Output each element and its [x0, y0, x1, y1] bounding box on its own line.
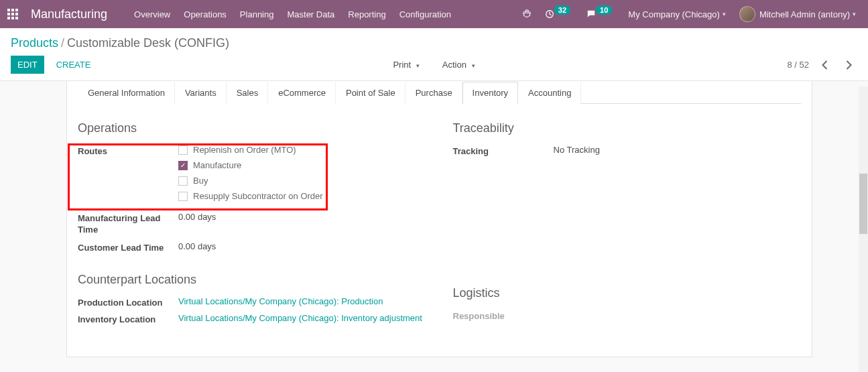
- cust-lead-value: 0.00 days: [178, 241, 426, 251]
- route-label: Replenish on Order (MTO): [193, 145, 296, 155]
- tab-sales[interactable]: Sales: [227, 82, 269, 104]
- tab-point-of-sale[interactable]: Point of Sale: [336, 82, 406, 104]
- inv-loc-value: Virtual Locations/My Company (Chicago): …: [178, 313, 426, 323]
- checkbox-unchecked-icon: [178, 176, 188, 186]
- nav-right: 32 10 My Company (Chicago)▾ Mitchell Adm…: [515, 0, 863, 28]
- route-option-resupply-subcontractor[interactable]: Resupply Subcontractor on Order: [178, 191, 426, 201]
- print-label: Print: [393, 60, 411, 70]
- action-row: EDIT CREATE Print ▾ Action ▾ 8 / 52: [0, 56, 868, 80]
- bug-icon[interactable]: [515, 0, 538, 28]
- field-production-location: Production Location Virtual Locations/My…: [78, 296, 426, 308]
- pager-next[interactable]: [840, 56, 857, 74]
- tab-ecommerce[interactable]: eCommerce: [268, 82, 336, 104]
- company-switcher[interactable]: My Company (Chicago)▾: [621, 0, 733, 28]
- tracking-label: Tracking: [453, 145, 554, 156]
- form-columns: Operations Routes Replenish on Order (MT…: [78, 120, 801, 330]
- route-option-mto[interactable]: Replenish on Order (MTO): [178, 145, 426, 155]
- left-column: Operations Routes Replenish on Order (MT…: [78, 120, 426, 330]
- routes-label: Routes: [78, 145, 178, 156]
- prod-loc-value: Virtual Locations/My Company (Chicago): …: [178, 296, 426, 306]
- user-menu[interactable]: Mitchell Admin (antony)▾: [733, 0, 863, 28]
- chevron-down-icon: ▾: [723, 11, 726, 17]
- message-badge: 10: [596, 5, 612, 15]
- field-customer-lead-time: Customer Lead Time 0.00 days: [78, 241, 426, 253]
- breadcrumb-root[interactable]: Products: [11, 36, 58, 50]
- checkbox-unchecked-icon: [178, 145, 188, 155]
- apps-icon[interactable]: [7, 8, 19, 20]
- chevron-down-icon: ▾: [416, 62, 420, 69]
- mfg-lead-label: Manufacturing Lead Time: [78, 212, 178, 236]
- action-label: Action: [442, 60, 467, 70]
- inv-loc-label: Inventory Location: [78, 313, 178, 324]
- action-dropdown[interactable]: Action ▾: [436, 56, 482, 74]
- nav-item-operations[interactable]: Operations: [177, 9, 233, 19]
- prod-loc-label: Production Location: [78, 296, 178, 308]
- tab-accounting[interactable]: Accounting: [518, 82, 581, 104]
- nav-item-master-data[interactable]: Master Data: [280, 9, 341, 19]
- field-tracking: Tracking No Tracking: [453, 145, 802, 156]
- chevron-down-icon: ▾: [472, 62, 475, 69]
- breadcrumb: Products/Customizable Desk (CONFIG): [0, 28, 868, 56]
- company-name: My Company (Chicago): [628, 9, 720, 19]
- nav-left: Manufacturing Overview Operations Planni…: [7, 0, 458, 28]
- pager-prev[interactable]: [816, 56, 833, 74]
- nav-item-overview[interactable]: Overview: [127, 9, 177, 19]
- action-center: Print ▾ Action ▾: [386, 56, 481, 74]
- create-button[interactable]: CREATE: [50, 56, 98, 74]
- breadcrumb-current: Customizable Desk (CONFIG): [67, 36, 229, 50]
- chevron-down-icon: ▾: [853, 11, 856, 17]
- cust-lead-label: Customer Lead Time: [78, 241, 178, 253]
- app-brand[interactable]: Manufacturing: [31, 7, 107, 21]
- form-sheet: General Information Variants Sales eComm…: [66, 81, 812, 357]
- field-manufacturing-lead-time: Manufacturing Lead Time 0.00 days: [78, 212, 426, 236]
- inv-loc-link[interactable]: Virtual Locations/My Company (Chicago): …: [178, 313, 422, 323]
- nav-item-planning[interactable]: Planning: [233, 9, 281, 19]
- mfg-lead-value: 0.00 days: [178, 212, 426, 222]
- breadcrumb-separator: /: [58, 36, 67, 50]
- pager-position: 8 / 52: [787, 60, 809, 70]
- print-dropdown[interactable]: Print ▾: [386, 56, 426, 74]
- field-responsible: Responsible: [453, 310, 802, 321]
- section-logistics-title: Logistics: [453, 286, 802, 300]
- route-option-buy[interactable]: Buy: [178, 176, 426, 186]
- user-name: Mitchell Admin (antony): [759, 9, 850, 19]
- right-column: Traceability Tracking No Tracking Logist…: [453, 120, 802, 330]
- notebook-tabs: General Information Variants Sales eComm…: [78, 81, 801, 104]
- vertical-scrollbar-thumb[interactable]: [859, 174, 867, 234]
- control-bar: Products/Customizable Desk (CONFIG) EDIT…: [0, 28, 868, 81]
- nav-menu: Overview Operations Planning Master Data…: [127, 9, 458, 19]
- activity-badge: 32: [554, 5, 570, 15]
- section-traceability-title: Traceability: [453, 121, 802, 135]
- edit-button[interactable]: EDIT: [11, 56, 44, 74]
- responsible-label: Responsible: [453, 310, 554, 321]
- avatar: [739, 6, 755, 22]
- route-label: Buy: [193, 176, 208, 186]
- field-routes: Routes Replenish on Order (MTO) ✓ Manufa…: [78, 145, 426, 206]
- messaging-indicator[interactable]: 10: [580, 0, 621, 28]
- checkbox-unchecked-icon: [178, 192, 188, 201]
- form-scroll-area[interactable]: General Information Variants Sales eComm…: [0, 81, 868, 367]
- tab-purchase[interactable]: Purchase: [406, 82, 462, 104]
- route-label: Resupply Subcontractor on Order: [193, 191, 323, 201]
- route-label: Manufacture: [193, 160, 241, 170]
- nav-item-configuration[interactable]: Configuration: [393, 9, 458, 19]
- routes-value: Replenish on Order (MTO) ✓ Manufacture B…: [178, 145, 426, 206]
- tab-inventory[interactable]: Inventory: [462, 82, 518, 104]
- field-inventory-location: Inventory Location Virtual Locations/My …: [78, 313, 426, 324]
- section-counterpart-title: Counterpart Locations: [78, 273, 426, 287]
- nav-item-reporting[interactable]: Reporting: [341, 9, 392, 19]
- top-navbar: Manufacturing Overview Operations Planni…: [0, 0, 868, 28]
- pager: 8 / 52: [787, 56, 857, 74]
- tracking-value: No Tracking: [554, 145, 802, 155]
- route-option-manufacture[interactable]: ✓ Manufacture: [178, 160, 426, 170]
- vertical-scrollbar-track[interactable]: [859, 86, 868, 367]
- prod-loc-link[interactable]: Virtual Locations/My Company (Chicago): …: [178, 296, 383, 306]
- checkbox-checked-icon: ✓: [178, 161, 188, 170]
- activity-indicator[interactable]: 32: [538, 0, 580, 28]
- section-operations-title: Operations: [78, 121, 426, 135]
- tab-variants[interactable]: Variants: [175, 82, 227, 104]
- tab-general-information[interactable]: General Information: [78, 82, 175, 104]
